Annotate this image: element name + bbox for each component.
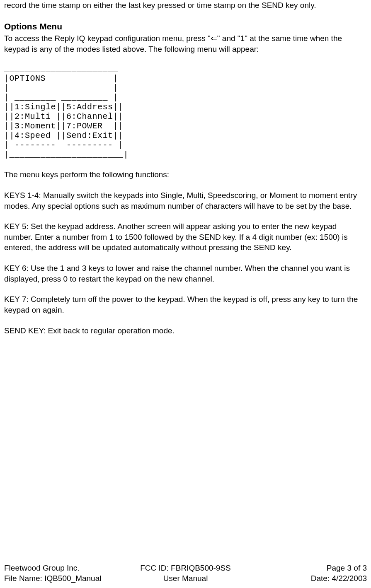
footer-row-1: Fleetwood Group Inc. FCC ID: FBRIQB500-9… xyxy=(4,563,367,574)
footer-row-2: File Name: IQB500_Manual User Manual Dat… xyxy=(4,573,367,584)
keys-1-4-paragraph: KEYS 1-4: Manually switch the keypads in… xyxy=(4,190,367,211)
access-text-1: To access the Reply IQ keypad configurat… xyxy=(4,34,211,43)
intro-paragraph: record the time stamp on either the last… xyxy=(4,0,367,11)
document-body: record the time stamp on either the last… xyxy=(4,0,367,336)
key-7-paragraph: KEY 7: Completely turn off the power to … xyxy=(4,294,367,315)
footer-filename: File Name: IQB500_Manual xyxy=(4,573,125,584)
section-options-menu: Options Menu To access the Reply IQ keyp… xyxy=(4,21,367,55)
page-footer: Fleetwood Group Inc. FCC ID: FBRIQB500-9… xyxy=(4,563,367,584)
footer-company: Fleetwood Group Inc. xyxy=(4,563,125,574)
send-key-paragraph: SEND KEY: Exit back to regular operation… xyxy=(4,325,367,336)
menu-functions-intro: The menu keys perform the following func… xyxy=(4,169,367,180)
footer-date: Date: 4/22/2003 xyxy=(246,573,367,584)
access-paragraph: To access the Reply IQ keypad configurat… xyxy=(4,33,367,54)
key-6-paragraph: KEY 6: Use the 1 and 3 keys to lower and… xyxy=(4,263,367,284)
key-5-paragraph: KEY 5: Set the keypad address. Another s… xyxy=(4,221,367,253)
footer-fcc-id: FCC ID: FBRIQB500-9SS xyxy=(125,563,246,574)
ascii-menu-diagram: ______________________ |OPTIONS | | | | … xyxy=(4,64,367,159)
left-arrow-icon: ⇐ xyxy=(211,34,217,43)
footer-doc-type: User Manual xyxy=(125,573,246,584)
heading-options-menu: Options Menu xyxy=(4,21,367,32)
footer-page-number: Page 3 of 3 xyxy=(246,563,367,574)
